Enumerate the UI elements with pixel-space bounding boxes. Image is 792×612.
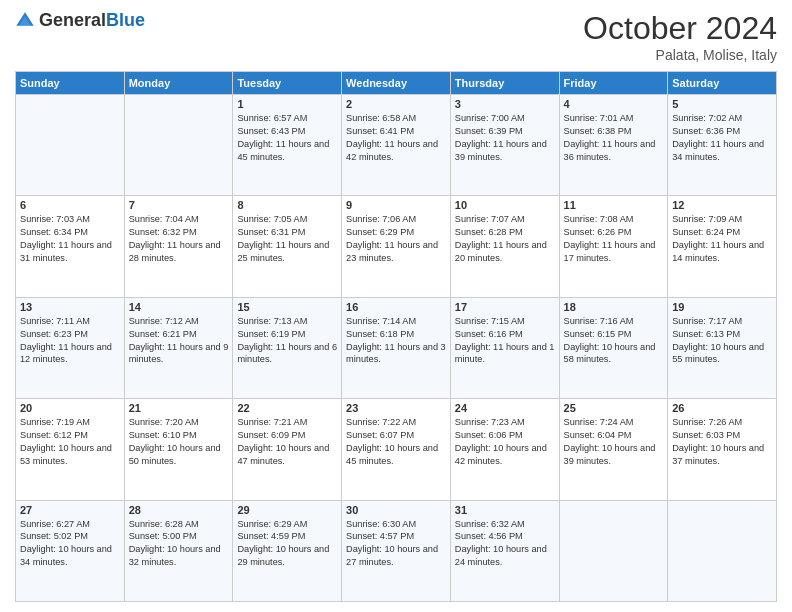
day-number: 3 [455,98,555,110]
col-tuesday: Tuesday [233,72,342,95]
logo-icon [15,11,35,31]
day-cell: 16 Sunrise: 7:14 AMSunset: 6:18 PMDaylig… [342,297,451,398]
calendar-table: Sunday Monday Tuesday Wednesday Thursday… [15,71,777,602]
day-cell: 22 Sunrise: 7:21 AMSunset: 6:09 PMDaylig… [233,399,342,500]
location-subtitle: Palata, Molise, Italy [583,47,777,63]
day-number: 20 [20,402,120,414]
day-info: Sunrise: 7:26 AMSunset: 6:03 PMDaylight:… [672,417,764,466]
day-info: Sunrise: 7:07 AMSunset: 6:28 PMDaylight:… [455,214,547,263]
day-number: 18 [564,301,664,313]
day-info: Sunrise: 7:21 AMSunset: 6:09 PMDaylight:… [237,417,329,466]
day-number: 5 [672,98,772,110]
day-cell: 10 Sunrise: 7:07 AMSunset: 6:28 PMDaylig… [450,196,559,297]
day-info: Sunrise: 7:00 AMSunset: 6:39 PMDaylight:… [455,113,547,162]
day-info: Sunrise: 7:09 AMSunset: 6:24 PMDaylight:… [672,214,764,263]
day-info: Sunrise: 7:17 AMSunset: 6:13 PMDaylight:… [672,316,764,365]
day-info: Sunrise: 6:27 AMSunset: 5:02 PMDaylight:… [20,519,112,568]
day-cell: 1 Sunrise: 6:57 AMSunset: 6:43 PMDayligh… [233,95,342,196]
day-cell: 27 Sunrise: 6:27 AMSunset: 5:02 PMDaylig… [16,500,125,601]
day-info: Sunrise: 7:11 AMSunset: 6:23 PMDaylight:… [20,316,112,365]
day-info: Sunrise: 7:08 AMSunset: 6:26 PMDaylight:… [564,214,656,263]
day-number: 22 [237,402,337,414]
day-info: Sunrise: 7:03 AMSunset: 6:34 PMDaylight:… [20,214,112,263]
title-block: October 2024 Palata, Molise, Italy [583,10,777,63]
day-cell: 20 Sunrise: 7:19 AMSunset: 6:12 PMDaylig… [16,399,125,500]
day-number: 6 [20,199,120,211]
day-info: Sunrise: 6:29 AMSunset: 4:59 PMDaylight:… [237,519,329,568]
day-number: 14 [129,301,229,313]
day-number: 10 [455,199,555,211]
day-cell [124,95,233,196]
day-number: 15 [237,301,337,313]
day-number: 8 [237,199,337,211]
day-info: Sunrise: 7:22 AMSunset: 6:07 PMDaylight:… [346,417,438,466]
day-number: 29 [237,504,337,516]
day-number: 27 [20,504,120,516]
day-cell: 19 Sunrise: 7:17 AMSunset: 6:13 PMDaylig… [668,297,777,398]
day-info: Sunrise: 7:05 AMSunset: 6:31 PMDaylight:… [237,214,329,263]
day-info: Sunrise: 6:28 AMSunset: 5:00 PMDaylight:… [129,519,221,568]
day-number: 30 [346,504,446,516]
day-info: Sunrise: 6:32 AMSunset: 4:56 PMDaylight:… [455,519,547,568]
calendar-page: GeneralBlue October 2024 Palata, Molise,… [0,0,792,612]
day-number: 17 [455,301,555,313]
day-number: 12 [672,199,772,211]
day-number: 24 [455,402,555,414]
week-row-1: 1 Sunrise: 6:57 AMSunset: 6:43 PMDayligh… [16,95,777,196]
day-cell: 2 Sunrise: 6:58 AMSunset: 6:41 PMDayligh… [342,95,451,196]
logo: GeneralBlue [15,10,145,31]
day-number: 11 [564,199,664,211]
day-cell: 6 Sunrise: 7:03 AMSunset: 6:34 PMDayligh… [16,196,125,297]
day-info: Sunrise: 7:13 AMSunset: 6:19 PMDaylight:… [237,316,337,365]
day-cell [559,500,668,601]
day-number: 26 [672,402,772,414]
day-cell: 12 Sunrise: 7:09 AMSunset: 6:24 PMDaylig… [668,196,777,297]
col-sunday: Sunday [16,72,125,95]
day-info: Sunrise: 7:20 AMSunset: 6:10 PMDaylight:… [129,417,221,466]
day-number: 7 [129,199,229,211]
day-number: 25 [564,402,664,414]
day-cell: 13 Sunrise: 7:11 AMSunset: 6:23 PMDaylig… [16,297,125,398]
day-cell: 8 Sunrise: 7:05 AMSunset: 6:31 PMDayligh… [233,196,342,297]
day-cell: 9 Sunrise: 7:06 AMSunset: 6:29 PMDayligh… [342,196,451,297]
day-number: 23 [346,402,446,414]
day-info: Sunrise: 7:24 AMSunset: 6:04 PMDaylight:… [564,417,656,466]
day-cell: 30 Sunrise: 6:30 AMSunset: 4:57 PMDaylig… [342,500,451,601]
col-monday: Monday [124,72,233,95]
col-saturday: Saturday [668,72,777,95]
day-number: 16 [346,301,446,313]
day-cell: 29 Sunrise: 6:29 AMSunset: 4:59 PMDaylig… [233,500,342,601]
day-info: Sunrise: 7:06 AMSunset: 6:29 PMDaylight:… [346,214,438,263]
day-number: 1 [237,98,337,110]
logo-text: GeneralBlue [39,10,145,31]
day-cell [668,500,777,601]
day-cell: 5 Sunrise: 7:02 AMSunset: 6:36 PMDayligh… [668,95,777,196]
day-info: Sunrise: 7:04 AMSunset: 6:32 PMDaylight:… [129,214,221,263]
header-row: Sunday Monday Tuesday Wednesday Thursday… [16,72,777,95]
day-cell: 23 Sunrise: 7:22 AMSunset: 6:07 PMDaylig… [342,399,451,500]
day-info: Sunrise: 6:57 AMSunset: 6:43 PMDaylight:… [237,113,329,162]
day-cell: 14 Sunrise: 7:12 AMSunset: 6:21 PMDaylig… [124,297,233,398]
day-info: Sunrise: 7:02 AMSunset: 6:36 PMDaylight:… [672,113,764,162]
day-number: 31 [455,504,555,516]
day-cell: 28 Sunrise: 6:28 AMSunset: 5:00 PMDaylig… [124,500,233,601]
day-cell: 25 Sunrise: 7:24 AMSunset: 6:04 PMDaylig… [559,399,668,500]
col-wednesday: Wednesday [342,72,451,95]
day-cell: 24 Sunrise: 7:23 AMSunset: 6:06 PMDaylig… [450,399,559,500]
week-row-5: 27 Sunrise: 6:27 AMSunset: 5:02 PMDaylig… [16,500,777,601]
day-cell: 17 Sunrise: 7:15 AMSunset: 6:16 PMDaylig… [450,297,559,398]
day-cell: 7 Sunrise: 7:04 AMSunset: 6:32 PMDayligh… [124,196,233,297]
day-cell: 21 Sunrise: 7:20 AMSunset: 6:10 PMDaylig… [124,399,233,500]
day-cell [16,95,125,196]
day-info: Sunrise: 7:23 AMSunset: 6:06 PMDaylight:… [455,417,547,466]
week-row-3: 13 Sunrise: 7:11 AMSunset: 6:23 PMDaylig… [16,297,777,398]
day-info: Sunrise: 7:14 AMSunset: 6:18 PMDaylight:… [346,316,446,365]
day-number: 2 [346,98,446,110]
col-friday: Friday [559,72,668,95]
day-info: Sunrise: 7:19 AMSunset: 6:12 PMDaylight:… [20,417,112,466]
header: GeneralBlue October 2024 Palata, Molise,… [15,10,777,63]
week-row-2: 6 Sunrise: 7:03 AMSunset: 6:34 PMDayligh… [16,196,777,297]
day-cell: 3 Sunrise: 7:00 AMSunset: 6:39 PMDayligh… [450,95,559,196]
day-cell: 11 Sunrise: 7:08 AMSunset: 6:26 PMDaylig… [559,196,668,297]
day-number: 28 [129,504,229,516]
